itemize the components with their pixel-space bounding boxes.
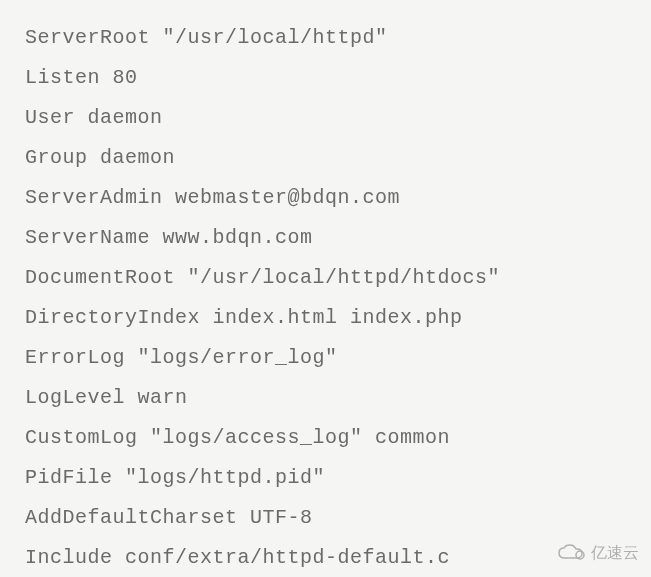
cloud-icon: [557, 544, 587, 562]
config-line-include: Include conf/extra/httpd-default.c: [25, 538, 626, 577]
config-line-customlog: CustomLog "logs/access_log" common: [25, 418, 626, 458]
config-line-user: User daemon: [25, 98, 626, 138]
watermark: 亿速云: [557, 537, 639, 569]
config-line-serverroot: ServerRoot "/usr/local/httpd": [25, 18, 626, 58]
config-line-directoryindex: DirectoryIndex index.html index.php: [25, 298, 626, 338]
config-line-errorlog: ErrorLog "logs/error_log": [25, 338, 626, 378]
watermark-text: 亿速云: [591, 537, 639, 569]
config-line-serveradmin: ServerAdmin webmaster@bdqn.com: [25, 178, 626, 218]
config-line-documentroot: DocumentRoot "/usr/local/httpd/htdocs": [25, 258, 626, 298]
config-line-loglevel: LogLevel warn: [25, 378, 626, 418]
config-line-servername: ServerName www.bdqn.com: [25, 218, 626, 258]
config-block: ServerRoot "/usr/local/httpd" Listen 80 …: [25, 18, 626, 577]
config-line-group: Group daemon: [25, 138, 626, 178]
config-line-pidfile: PidFile "logs/httpd.pid": [25, 458, 626, 498]
config-line-listen: Listen 80: [25, 58, 626, 98]
config-line-adddefaultcharset: AddDefaultCharset UTF-8: [25, 498, 626, 538]
